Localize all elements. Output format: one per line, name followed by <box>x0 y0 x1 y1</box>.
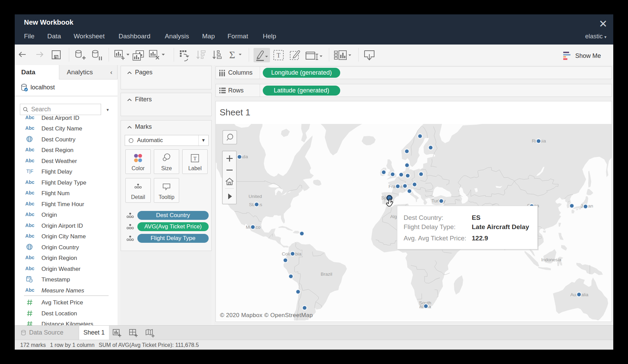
svg-text:T: T <box>193 156 196 161</box>
svg-text:Indonesia: Indonesia <box>541 257 562 262</box>
svg-text:Brazil: Brazil <box>321 272 332 277</box>
svg-text:Σ: Σ <box>229 49 235 60</box>
svg-text:ES: ES <box>472 214 480 221</box>
svg-text:Flight Delay Type:: Flight Delay Type: <box>404 223 456 230</box>
svg-text:Dest Country:: Dest Country: <box>404 214 443 221</box>
svg-text:Avg. Avg Ticket Price:: Avg. Avg Ticket Price: <box>404 235 466 242</box>
svg-text:© 2020 Mapbox © OpenStreetMap: © 2020 Mapbox © OpenStreetMap <box>220 312 313 318</box>
svg-text:T: T <box>277 52 281 59</box>
svg-text:Late Aircraft Delay: Late Aircraft Delay <box>472 223 529 230</box>
svg-text:122.9: 122.9 <box>472 235 488 242</box>
svg-text:United: United <box>248 194 262 199</box>
